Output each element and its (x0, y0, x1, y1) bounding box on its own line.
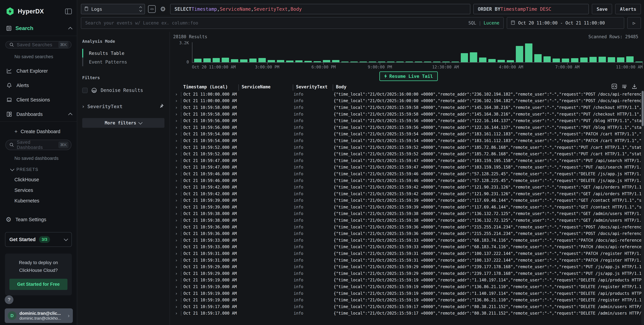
view-source-icon[interactable] (612, 83, 617, 90)
chevron-up-icon[interactable] (68, 113, 72, 117)
table-row[interactable]: ›Oct 21 10:59:42.000 AMinfo{"time_local"… (173, 191, 644, 197)
get-started-free-button[interactable]: Get Started for Free (10, 279, 68, 290)
presets-toggle[interactable]: PRESETS (0, 167, 77, 172)
chart-bar[interactable] (552, 58, 560, 62)
chart-bar[interactable] (415, 61, 422, 62)
chart-bar[interactable] (341, 61, 349, 62)
pin-icon[interactable] (160, 104, 164, 109)
row-expand-icon[interactable]: › (173, 118, 181, 123)
table-row[interactable]: ›Oct 21 10:59:29.000 AMinfo{"time_local"… (173, 270, 644, 277)
col-severitytext[interactable]: SeverityText (294, 84, 334, 89)
table-row[interactable]: ›Oct 21 10:59:58.000 AMinfo{"time_local"… (173, 104, 644, 111)
table-row[interactable]: ›Oct 21 10:59:52.000 AMinfo{"time_local"… (173, 144, 644, 151)
sidebar-collapse-icon[interactable] (65, 8, 72, 14)
row-expand-icon[interactable]: › (173, 92, 181, 97)
row-expand-icon[interactable]: › (173, 264, 181, 269)
table-row[interactable]: ›Oct 21 11:00:00.000 AMinfo{"time_local"… (173, 98, 644, 104)
order-by-input[interactable]: ORDER BY TimestampTime DESC (473, 4, 589, 14)
get-started-card[interactable]: Get Started 3/3 (5, 232, 72, 247)
chart-bar[interactable] (332, 60, 340, 62)
scrollbar-thumb[interactable] (642, 91, 644, 126)
download-icon[interactable] (632, 83, 637, 90)
table-row[interactable]: ›Oct 21 10:59:52.000 AMinfo{"time_local"… (173, 151, 644, 157)
chart-bar[interactable] (314, 61, 321, 62)
sql-toggle[interactable]: SQL (468, 20, 476, 25)
create-dashboard-button[interactable]: + Create Dashboard (0, 128, 77, 135)
row-expand-icon[interactable]: › (173, 105, 181, 110)
saved-dashboards-input[interactable]: Saved Dashboards ⌘K (5, 140, 72, 150)
chart-bar[interactable] (424, 61, 432, 62)
table-row[interactable]: ›Oct 21 10:59:33.000 AMinfo{"time_local"… (173, 237, 644, 244)
table-row[interactable]: ›Oct 21 10:59:46.000 AMinfo{"time_local"… (173, 177, 644, 184)
col-timestamp[interactable]: Timestamp (Local) (181, 84, 239, 89)
chart-bar[interactable] (203, 58, 211, 62)
chart-bar[interactable] (212, 58, 220, 62)
source-settings-button[interactable]: ⚙ (159, 5, 167, 13)
chart-bar[interactable] (396, 61, 404, 62)
more-filters-button[interactable]: More filters (82, 118, 164, 128)
sidebar-item-dashboards[interactable]: Dashboards (0, 111, 77, 117)
table-row[interactable]: ›Oct 21 10:59:38.000 AMinfo{"time_local"… (173, 217, 644, 224)
chart-bar[interactable] (406, 61, 413, 62)
resume-live-tail-button[interactable]: Resume Live Tail (380, 71, 438, 81)
date-range-picker[interactable]: Oct 20 11:00:00 - Oct 21 11:00:00 (507, 17, 624, 29)
chart-bar[interactable] (277, 60, 284, 62)
preset-clickhouse[interactable]: ClickHouse (0, 177, 77, 182)
row-expand-icon[interactable]: › (173, 145, 181, 150)
table-row[interactable]: ›Oct 21 10:59:31.000 AMinfo{"time_local"… (173, 250, 644, 257)
chart-bar[interactable] (516, 46, 523, 62)
chart-bar[interactable] (544, 56, 551, 62)
table-row[interactable]: ›Oct 21 10:59:39.000 AMinfo{"time_local"… (173, 197, 644, 204)
row-expand-icon[interactable]: › (173, 284, 181, 289)
row-expand-icon[interactable]: › (173, 131, 181, 136)
sidebar-item-client-sessions[interactable]: Client Sessions (0, 97, 77, 103)
language-toggle[interactable]: SQL | Lucene (468, 20, 499, 25)
table-row[interactable]: ›Oct 21 10:59:56.000 AMinfo{"time_local"… (173, 124, 644, 131)
chart-bar[interactable] (479, 57, 486, 62)
source-select[interactable]: Logs (81, 4, 145, 14)
preset-services[interactable]: Services (0, 188, 77, 193)
chart-bar[interactable] (470, 52, 477, 62)
chart-bar[interactable] (590, 57, 597, 62)
row-expand-icon[interactable]: › (173, 151, 181, 156)
row-expand-icon[interactable]: › (173, 311, 181, 316)
table-row[interactable]: ›Oct 21 10:59:19.000 AMinfo{"time_local"… (173, 284, 644, 290)
saved-searches-input[interactable]: Saved Searches ⌘K (5, 41, 72, 48)
sidebar-item-alerts[interactable]: Alerts (0, 82, 77, 88)
chart-bar[interactable] (268, 60, 275, 62)
chart-bar[interactable] (323, 60, 330, 62)
table-row[interactable]: ›Oct 21 10:59:17.000 AMinfo{"time_local"… (173, 303, 644, 310)
row-expand-icon[interactable]: › (173, 291, 181, 296)
chart-bar[interactable] (222, 58, 229, 62)
chart-bar[interactable] (378, 61, 386, 62)
chart-bar[interactable] (498, 60, 505, 62)
table-row[interactable]: ›Oct 21 10:59:46.000 AMinfo{"time_local"… (173, 171, 644, 177)
chart-bar[interactable] (598, 57, 606, 62)
chart-bar[interactable] (452, 61, 459, 62)
row-expand-icon[interactable]: › (173, 218, 181, 223)
chart-bar[interactable] (580, 57, 588, 62)
table-scrollbar[interactable] (641, 90, 644, 325)
chart-bar[interactable] (295, 60, 303, 62)
table-row[interactable]: ›Oct 21 10:59:19.000 AMinfo{"time_local"… (173, 297, 644, 303)
table-row[interactable]: ›Oct 21 10:59:36.000 AMinfo{"time_local"… (173, 230, 644, 237)
denoise-results-toggle[interactable]: Denoise Results (82, 87, 164, 93)
event-search-input[interactable]: Search your events w/ Lucene ex. column:… (81, 17, 504, 29)
save-button[interactable]: Save (592, 4, 612, 14)
row-expand-icon[interactable]: › (173, 278, 181, 283)
row-expand-icon[interactable]: › (173, 165, 181, 170)
run-query-button[interactable]: ▷ (627, 17, 641, 29)
mode-event-patterns[interactable]: Event Patterns (82, 57, 164, 66)
table-row[interactable]: ›Oct 21 10:59:39.000 AMinfo{"time_local"… (173, 204, 644, 210)
chart-bar[interactable] (249, 58, 257, 62)
table-row[interactable]: ›Oct 21 10:59:47.000 AMinfo{"time_local"… (173, 164, 644, 171)
row-expand-icon[interactable]: › (173, 225, 181, 230)
table-row[interactable]: ›Oct 21 10:59:54.000 AMinfo{"time_local"… (173, 131, 644, 137)
chart-bar[interactable] (507, 60, 514, 62)
table-row[interactable]: ›Oct 21 10:59:33.000 AMinfo{"time_local"… (173, 244, 644, 250)
chart-bar[interactable] (571, 58, 578, 62)
chart-bar[interactable] (258, 58, 266, 62)
chart-bar[interactable] (304, 61, 312, 62)
chart-bar[interactable] (360, 61, 367, 62)
chart-bar[interactable] (433, 61, 440, 62)
